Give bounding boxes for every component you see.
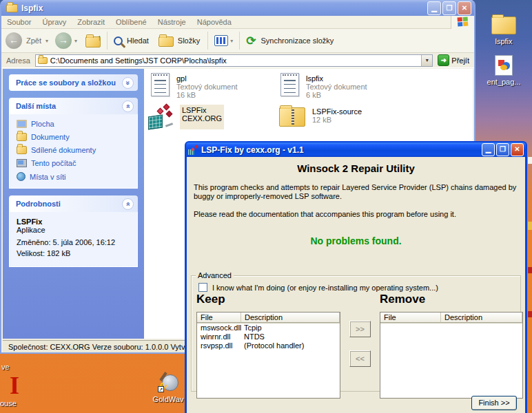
sidebar-item-plocha[interactable]: Plocha xyxy=(17,120,133,128)
dialog-titlebar[interactable]: LSP-Fix by cexx.org - v1.1 ▁ ❐ ✕ xyxy=(186,142,526,157)
toolbar-separator xyxy=(207,32,208,50)
folder-icon xyxy=(491,17,516,34)
maximize-button[interactable]: ❐ xyxy=(442,1,456,15)
dialog-paragraph-2: Please read the documentation that accom… xyxy=(194,210,519,219)
go-arrow-icon: ➜ xyxy=(438,54,449,66)
move-to-remove-button[interactable]: >> xyxy=(349,321,371,337)
folder-icon xyxy=(38,57,48,64)
address-input[interactable]: C:\Documents and Settings\JST CORP\Ploch… xyxy=(35,54,433,67)
keep-row-rsvpsp[interactable]: rsvpsp.dll (Protocol handler) xyxy=(197,341,340,350)
up-button[interactable]: ↑ xyxy=(85,34,101,47)
partial-icon-label-ouse: ouse xyxy=(0,399,17,407)
forward-dropdown-icon[interactable]: ▾ xyxy=(74,38,77,44)
sidebar-item-dokumenty[interactable]: Dokumenty xyxy=(17,133,133,141)
panel-file-tasks-header[interactable]: Práce se soubory a složkou » xyxy=(9,74,138,91)
close-button[interactable]: ✕ xyxy=(511,143,524,156)
forward-button[interactable]: → xyxy=(55,32,72,49)
zip-folder-icon xyxy=(279,107,305,127)
partial-desktop-icon xyxy=(528,157,532,164)
file-tile-lspfix-app[interactable]: LSPFix CEXX.ORG xyxy=(148,105,224,129)
remove-heading: Remove xyxy=(380,293,425,306)
lspfix-app-icon xyxy=(148,105,173,129)
desktop-icon-lspfix-folder[interactable]: lspfix xyxy=(480,14,528,45)
panel-file-tasks: Práce se soubory a složkou » xyxy=(9,74,138,91)
menu-soubor[interactable]: Soubor xyxy=(1,18,37,26)
lspfix-dialog: LSP-Fix by cexx.org - v1.1 ▁ ❐ ✕ Winsock… xyxy=(185,141,527,413)
details-modified: Změněno: 5. júla 2006, 16:12 xyxy=(17,238,133,246)
details-file-name: LSPFix xyxy=(17,218,133,226)
panel-other-places-header[interactable]: Další místa » xyxy=(9,98,138,114)
menubar: Soubor Úpravy Zobrazit Oblíbené Nástroje… xyxy=(1,16,474,29)
sync-button[interactable]: ⟳ Synchronizace složky xyxy=(246,35,335,47)
search-button[interactable]: Hledat xyxy=(114,36,150,45)
menu-oblibene[interactable]: Oblíbené xyxy=(110,18,152,26)
sidebar-item-sdilene-dokumenty[interactable]: Sdílené dokumenty xyxy=(17,146,133,154)
checkbox[interactable] xyxy=(198,283,207,292)
panel-details: Podrobnosti » LSPFix Aplikace Změněno: 5… xyxy=(9,195,138,267)
desktop: { "icons": { "minimize": "▁", "maximize"… xyxy=(0,0,532,413)
desktop-icon-goldwave[interactable]: ∿↗ GoldWav xyxy=(150,373,186,403)
menu-zobrazit[interactable]: Zobrazit xyxy=(72,18,110,26)
panel-other-places-body: Plocha Dokumenty Sdílené dokumenty Tento… xyxy=(9,114,138,189)
keep-heading: Keep xyxy=(196,293,225,306)
menu-nastroje[interactable]: Nástroje xyxy=(152,18,192,26)
chevron-down-icon[interactable]: » xyxy=(122,77,134,89)
minimize-button[interactable]: ▁ xyxy=(427,1,441,15)
panel-details-body: LSPFix Aplikace Změněno: 5. júla 2006, 1… xyxy=(9,212,138,267)
file-tile-gpl[interactable]: gpl Textový dokument 16 kB xyxy=(151,73,238,99)
sidebar-item-mista-v-siti[interactable]: Místa v síti xyxy=(17,172,133,181)
goldwave-icon: ∿↗ xyxy=(158,373,178,394)
keep-row-winrnr[interactable]: winrnr.dll NTDS xyxy=(197,332,340,341)
partial-desktop-icon xyxy=(528,267,532,273)
up-folder-icon: ↑ xyxy=(85,36,101,47)
back-button[interactable]: ← xyxy=(6,32,22,49)
details-file-type: Aplikace xyxy=(17,226,133,234)
sidebar-item-tento-pocitac[interactable]: Tento počítač xyxy=(17,159,133,167)
views-button[interactable]: ▾ xyxy=(214,35,233,46)
file-tile-lspfix-txt[interactable]: lspfix Textový dokument 6 kB xyxy=(280,73,367,99)
text-file-icon xyxy=(280,73,299,96)
remove-column-description[interactable]: Description xyxy=(441,313,522,323)
panel-other-places: Další místa » Plocha Dokumenty Sdílené d… xyxy=(9,98,138,189)
keep-row-mswsock[interactable]: mswsock.dll Tcpip xyxy=(197,324,340,332)
address-dropdown-button[interactable]: ▾ xyxy=(421,55,432,66)
keep-column-file[interactable]: File xyxy=(197,313,241,323)
shared-folder-icon xyxy=(17,146,27,154)
menu-upravy[interactable]: Úpravy xyxy=(37,18,72,26)
panel-details-header[interactable]: Podrobnosti » xyxy=(9,195,138,212)
minimize-button[interactable]: ▁ xyxy=(482,143,495,156)
dialog-paragraph-1: This program checks and attempts to repa… xyxy=(194,183,519,201)
go-button[interactable]: ➜ Přejít xyxy=(436,54,471,66)
close-button[interactable]: ✕ xyxy=(458,1,471,15)
folders-button[interactable]: Složky xyxy=(158,34,201,47)
keep-column-description[interactable]: Description xyxy=(241,313,340,323)
address-bar: Adresa C:\Documents and Settings\JST COR… xyxy=(1,53,474,68)
partial-desktop-icon xyxy=(528,222,532,230)
views-icon xyxy=(214,35,228,46)
explorer-titlebar[interactable]: lspfix ▁ ❐ ✕ xyxy=(1,0,474,16)
desktop-icon-ent-pag[interactable]: ent_pag... xyxy=(478,55,529,86)
back-dropdown-icon[interactable]: ▾ xyxy=(45,38,48,44)
chevron-up-icon[interactable]: » xyxy=(122,100,134,112)
finish-button[interactable]: Finish >> xyxy=(471,396,517,410)
move-to-keep-button[interactable]: << xyxy=(349,350,371,367)
menu-napoveda[interactable]: Nápověda xyxy=(192,18,237,26)
folder-icon xyxy=(6,4,18,12)
partial-icon-label-ve: ve xyxy=(1,363,10,371)
desktop-icon-label: ent_pag... xyxy=(478,78,529,86)
checkbox-label: I know what I'm doing (or enjoy re-insta… xyxy=(212,284,438,292)
maximize-button[interactable]: ❐ xyxy=(496,143,509,156)
folders-icon xyxy=(158,36,174,47)
result-message: No problems found. xyxy=(194,235,518,246)
address-label: Adresa xyxy=(4,56,32,65)
file-tile-lspfix-source[interactable]: LSPFix-source 12 kB xyxy=(279,105,362,127)
remove-column-file[interactable]: File xyxy=(380,313,441,323)
keep-list[interactable]: File Description mswsock.dll Tcpip winrn… xyxy=(196,312,340,399)
chevron-up-icon[interactable]: » xyxy=(122,198,134,210)
advanced-groupbox: Advanced I know what I'm doing (or enjoy… xyxy=(191,275,521,392)
computer-icon xyxy=(17,159,27,167)
remove-list[interactable]: File Description xyxy=(380,312,523,399)
red-app-icon[interactable]: I xyxy=(10,374,19,397)
i-know-checkbox-row[interactable]: I know what I'm doing (or enjoy re-insta… xyxy=(198,283,438,292)
desktop-icon-label: lspfix xyxy=(480,37,528,45)
